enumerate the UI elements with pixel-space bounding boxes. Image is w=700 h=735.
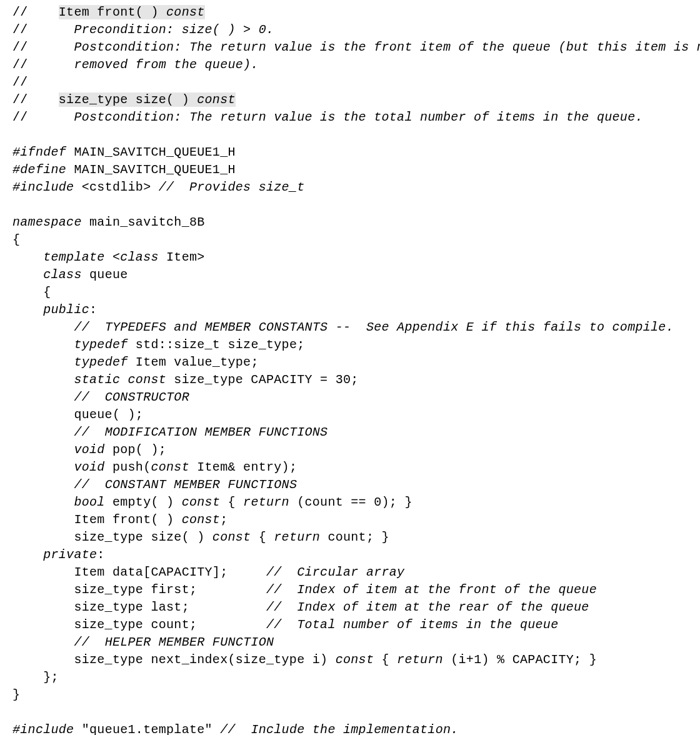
code-line: queue( ); xyxy=(12,406,688,424)
code-segment: static const xyxy=(74,372,166,387)
code-segment: empty( ) xyxy=(105,495,182,509)
code-segment: queue( ); xyxy=(12,408,143,422)
code-segment: const xyxy=(197,92,236,107)
code-segment xyxy=(12,495,74,509)
code-segment: size_type count; xyxy=(12,618,266,632)
code-segment: // xyxy=(12,40,36,54)
code-line: bool empty( ) const { return (count == 0… xyxy=(12,494,688,511)
code-segment: size_type first; xyxy=(12,582,266,597)
code-segment: size_type last; xyxy=(12,600,266,614)
code-line: Item data[CAPACITY]; // Circular array xyxy=(12,564,688,581)
code-listing: // Item front( ) const// Precondition: s… xyxy=(0,0,700,735)
code-segment: template <class xyxy=(43,250,159,264)
code-segment: size_type size( ) xyxy=(59,92,197,107)
code-line: void pop( ); xyxy=(12,441,688,459)
code-line: } xyxy=(12,686,688,704)
code-segment xyxy=(12,460,74,474)
code-segment: Precondition: size( ) > 0. xyxy=(36,22,274,37)
code-segment: { xyxy=(374,652,397,667)
code-segment: size_type size( ) xyxy=(12,530,212,544)
code-segment: // xyxy=(12,110,36,124)
code-segment xyxy=(12,390,74,404)
code-segment xyxy=(12,268,43,282)
code-line: #include <cstdlib> // Provides size_t xyxy=(12,179,688,196)
code-line: private: xyxy=(12,546,688,564)
code-segment xyxy=(12,320,74,334)
code-line: // size_type size( ) const xyxy=(12,91,688,109)
code-line: // removed from the queue). xyxy=(12,56,688,74)
code-segment: #ifndef xyxy=(12,145,66,159)
code-segment: bool xyxy=(74,495,104,509)
code-segment: // Index of item at the front of the que… xyxy=(266,582,597,597)
code-segment: // Include the implementation. xyxy=(220,722,458,735)
code-segment xyxy=(36,5,59,19)
code-segment: <cstdlib> xyxy=(74,180,158,194)
code-line: { xyxy=(12,231,688,249)
code-segment: // Index of item at the rear of the queu… xyxy=(266,600,589,614)
code-line: public: xyxy=(12,301,688,319)
code-segment: const xyxy=(182,495,221,509)
code-segment: (count == 0); } xyxy=(289,495,412,509)
code-line: template <class Item> xyxy=(12,249,688,266)
code-segment: #include xyxy=(12,722,74,735)
code-line: // Precondition: size( ) > 0. xyxy=(12,21,688,39)
code-segment: return xyxy=(243,495,289,509)
code-segment: const xyxy=(151,460,189,474)
code-segment: // Total number of items in the queue xyxy=(266,618,558,632)
code-segment: // xyxy=(12,5,36,19)
code-line: // MODIFICATION MEMBER FUNCTIONS xyxy=(12,424,688,441)
code-segment: // CONSTANT MEMBER FUNCTIONS xyxy=(74,478,297,492)
code-segment: (i+1) % CAPACITY; } xyxy=(443,652,597,667)
code-segment: { xyxy=(220,495,243,509)
code-segment xyxy=(12,478,74,492)
code-line xyxy=(12,196,688,214)
code-line: // Postcondition: The return value is th… xyxy=(12,39,688,56)
code-line: // TYPEDEFS and MEMBER CONSTANTS -- See … xyxy=(12,319,688,336)
code-segment: #define xyxy=(12,162,66,177)
code-segment: } xyxy=(12,688,20,702)
code-line: #ifndef MAIN_SAVITCH_QUEUE1_H xyxy=(12,144,688,161)
code-segment xyxy=(12,548,43,562)
code-segment: size_type CAPACITY = 30; xyxy=(166,372,359,387)
code-segment: count; } xyxy=(320,530,389,544)
code-segment: main_savitch_8B xyxy=(82,215,205,229)
code-segment: Item front( ) xyxy=(12,512,182,527)
code-segment: return xyxy=(274,530,320,544)
code-segment: Postcondition: The return value is the f… xyxy=(36,40,700,54)
code-segment: queue xyxy=(82,268,128,282)
code-segment: private xyxy=(43,548,97,562)
code-segment: MAIN_SAVITCH_QUEUE1_H xyxy=(66,145,236,159)
code-segment: typedef xyxy=(74,338,128,352)
code-segment xyxy=(12,338,74,352)
code-segment xyxy=(12,250,43,264)
code-segment: removed from the queue). xyxy=(36,58,259,72)
code-segment xyxy=(12,355,74,369)
code-segment: Item> xyxy=(159,250,205,264)
code-line: // xyxy=(12,74,688,91)
code-segment xyxy=(12,425,74,439)
code-segment: void xyxy=(74,460,104,474)
code-segment: ; xyxy=(220,512,228,527)
code-segment: // TYPEDEFS and MEMBER CONSTANTS -- See … xyxy=(74,320,674,334)
code-line xyxy=(12,704,688,721)
code-segment: void xyxy=(74,442,104,457)
code-segment: typedef xyxy=(74,355,128,369)
code-segment: // xyxy=(12,58,36,72)
code-segment: Item value_type; xyxy=(128,355,259,369)
code-line: class queue xyxy=(12,266,688,284)
code-segment: // Circular array xyxy=(266,565,404,579)
code-segment: // xyxy=(12,92,36,107)
code-line: size_type first; // Index of item at the… xyxy=(12,581,688,599)
code-line: // CONSTANT MEMBER FUNCTIONS xyxy=(12,476,688,494)
code-segment: public xyxy=(43,302,89,317)
code-segment: Item& entry); xyxy=(189,460,297,474)
code-segment: // Provides size_t xyxy=(159,180,305,194)
code-line: // Item front( ) const xyxy=(12,4,688,21)
code-segment: "queue1.template" xyxy=(74,722,220,735)
code-segment: { xyxy=(12,232,20,247)
code-segment: { xyxy=(251,530,274,544)
code-segment: // MODIFICATION MEMBER FUNCTIONS xyxy=(74,425,328,439)
code-segment: // xyxy=(12,22,36,37)
code-line: }; xyxy=(12,669,688,686)
code-line: #include "queue1.template" // Include th… xyxy=(12,721,688,735)
